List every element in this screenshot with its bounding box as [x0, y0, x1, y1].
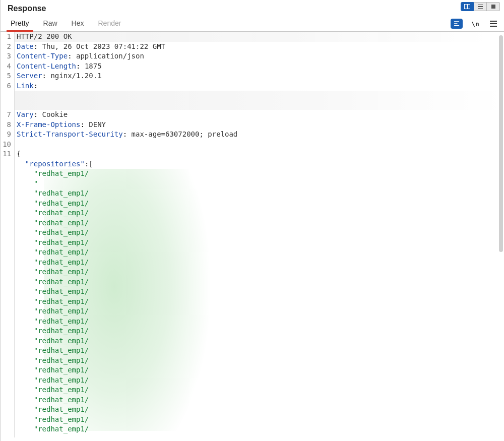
view-lines-button[interactable]	[474, 2, 487, 11]
line-gutter: 1234567891011	[1, 32, 15, 437]
svg-rect-0	[454, 21, 460, 22]
svg-rect-2	[454, 25, 460, 26]
tab-pretty[interactable]: Pretty	[4, 16, 36, 31]
svg-rect-1	[454, 23, 458, 24]
response-body[interactable]: 1234567891011 HTTP/2 200 OKDate: Thu, 26…	[1, 32, 504, 437]
scrollbar-thumb[interactable]	[499, 35, 503, 252]
tab-hex[interactable]: Hex	[65, 16, 91, 31]
lines-icon	[478, 5, 483, 9]
beautify-button[interactable]	[451, 19, 463, 29]
panel-title: Response	[8, 2, 46, 16]
menu-button[interactable]	[488, 18, 499, 29]
view-mode-group	[461, 2, 500, 11]
view-single-button[interactable]	[487, 2, 500, 11]
response-tabs: Pretty Raw Hex Render	[1, 16, 128, 31]
square-icon	[491, 5, 495, 9]
beautify-icon	[453, 20, 460, 27]
columns-icon	[464, 4, 470, 9]
tab-render[interactable]: Render	[91, 16, 129, 31]
scrollbar-track[interactable]	[499, 35, 503, 439]
response-tools: \n	[451, 18, 504, 29]
tab-raw[interactable]: Raw	[36, 16, 65, 31]
view-columns-button[interactable]	[461, 2, 474, 11]
hamburger-icon	[490, 21, 497, 27]
code-lines[interactable]: HTTP/2 200 OKDate: Thu, 26 Oct 2023 07:4…	[15, 32, 504, 437]
wrap-toggle[interactable]: \n	[470, 18, 481, 29]
